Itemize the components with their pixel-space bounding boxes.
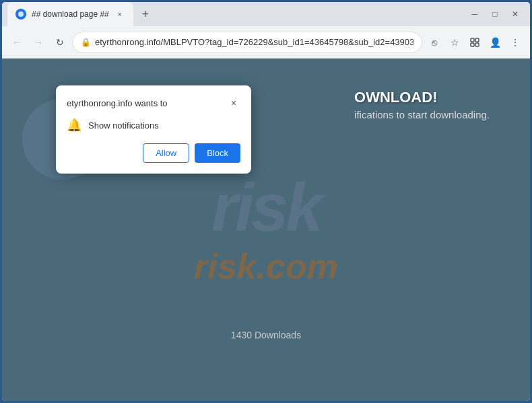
notification-popup: etyrthonrong.info wants to × 🔔 Show noti… [56, 85, 251, 174]
svg-rect-4 [475, 43, 479, 46]
maximize-button[interactable]: □ [486, 5, 504, 24]
address-actions: ⎋ ☆ 👤 ⋮ [425, 33, 525, 52]
tab-bar: ## download page ## × + [7, 2, 461, 26]
allow-button[interactable]: Allow [143, 143, 189, 163]
address-input-wrap[interactable]: 🔒 [72, 32, 422, 53]
bell-icon: 🔔 [67, 118, 81, 133]
forward-button[interactable]: → [29, 33, 48, 52]
minimize-button[interactable]: ─ [465, 5, 484, 24]
active-tab[interactable]: ## download page ## × [7, 2, 133, 26]
popup-close-button[interactable]: × [227, 96, 240, 110]
popup-header: etyrthonrong.info wants to × [67, 96, 240, 110]
download-count: 1430 Downloads [231, 330, 301, 340]
page-content: risk risk.com OWNLOAD! ifications to sta… [2, 59, 530, 401]
lock-icon: 🔒 [81, 38, 91, 47]
tab-search-icon[interactable] [465, 33, 484, 52]
refresh-button[interactable]: ↻ [51, 33, 69, 52]
notification-label: Show notifications [88, 120, 159, 131]
popup-title: etyrthonrong.info wants to [67, 98, 168, 108]
page-headline: OWNLOAD! [354, 89, 490, 106]
popup-notification-row: 🔔 Show notifications [67, 118, 240, 133]
watermark-domain: risk.com [194, 246, 338, 287]
share-icon[interactable]: ⎋ [425, 33, 444, 52]
window-controls: ─ □ ✕ [465, 5, 525, 24]
back-button[interactable]: ← [7, 33, 26, 52]
title-bar: ## download page ## × + ─ □ ✕ [2, 2, 530, 26]
profile-icon[interactable]: 👤 [486, 33, 504, 52]
svg-point-0 [18, 11, 24, 17]
bookmark-icon[interactable]: ☆ [445, 33, 464, 52]
tab-favicon [15, 9, 26, 20]
menu-icon[interactable]: ⋮ [506, 33, 525, 52]
svg-rect-1 [471, 38, 474, 42]
page-subtext: ifications to start downloading. [354, 109, 490, 120]
browser-window: ## download page ## × + ─ □ ✕ ← → ↻ 🔒 ⎋ … [0, 0, 532, 403]
svg-rect-3 [471, 43, 474, 46]
new-tab-button[interactable]: + [136, 5, 155, 24]
tab-close-button[interactable]: × [114, 9, 125, 20]
svg-rect-2 [475, 38, 479, 42]
close-window-button[interactable]: ✕ [506, 5, 525, 24]
popup-buttons: Allow Block [67, 143, 240, 163]
watermark-logo: risk [194, 174, 338, 241]
page-main-text: OWNLOAD! ifications to start downloading… [354, 89, 490, 120]
tab-title: ## download page ## [32, 9, 109, 19]
address-bar: ← → ↻ 🔒 ⎋ ☆ 👤 ⋮ [2, 26, 530, 59]
block-button[interactable]: Block [195, 143, 240, 163]
address-input[interactable] [95, 37, 413, 47]
